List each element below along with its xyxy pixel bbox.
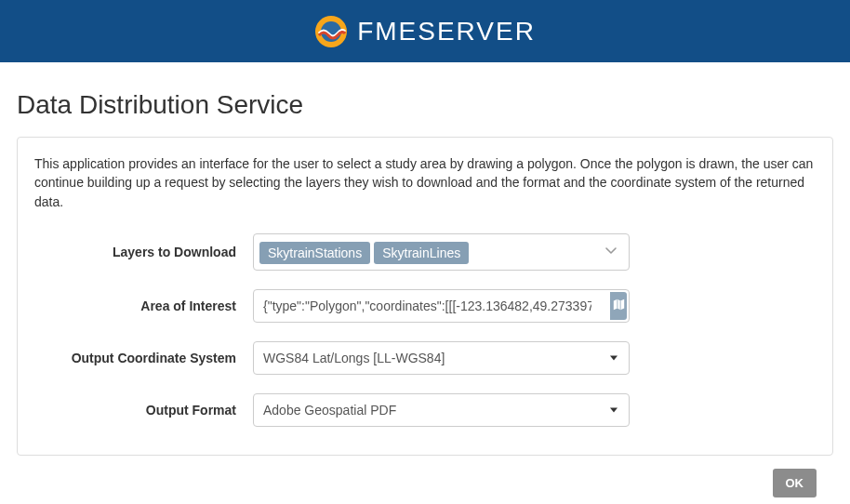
intro-text: This application provides an interface f… xyxy=(34,154,816,211)
format-value: Adobe Geospatial PDF xyxy=(263,403,396,418)
label-crs: Output Coordinate System xyxy=(34,351,253,365)
row-aoi: Area of Interest xyxy=(34,289,816,323)
crs-value: WGS84 Lat/Longs [LL-WGS84] xyxy=(263,351,445,365)
fme-logo-icon xyxy=(314,15,348,48)
map-icon xyxy=(613,298,625,313)
layer-chip[interactable]: SkytrainStations xyxy=(259,242,370,264)
form-panel: This application provides an interface f… xyxy=(17,137,833,456)
crs-select[interactable]: WGS84 Lat/Longs [LL-WGS84] xyxy=(253,341,630,375)
caret-down-icon xyxy=(610,407,618,412)
label-aoi: Area of Interest xyxy=(34,298,253,313)
page-body: Data Distribution Service This applicati… xyxy=(0,62,850,504)
caret-down-icon xyxy=(610,355,618,360)
layer-chip[interactable]: SkytrainLines xyxy=(374,242,469,264)
row-format: Output Format Adobe Geospatial PDF xyxy=(34,393,816,427)
ok-button[interactable]: OK xyxy=(773,469,817,497)
label-layers: Layers to Download xyxy=(34,245,253,259)
layers-multiselect[interactable]: SkytrainStations SkytrainLines xyxy=(253,233,630,271)
page-title: Data Distribution Service xyxy=(17,90,833,120)
button-row: OK xyxy=(17,456,833,497)
logo-text-fme: FME xyxy=(357,17,418,46)
label-format: Output Format xyxy=(34,403,253,418)
app-header: FMESERVER xyxy=(0,0,850,62)
format-select[interactable]: Adobe Geospatial PDF xyxy=(253,393,630,427)
logo: FMESERVER xyxy=(314,15,536,48)
row-crs: Output Coordinate System WGS84 Lat/Longs… xyxy=(34,341,816,375)
logo-text: FMESERVER xyxy=(357,17,536,46)
map-picker-button[interactable] xyxy=(610,292,627,320)
aoi-input[interactable] xyxy=(253,289,630,323)
logo-text-server: SERVER xyxy=(418,17,536,46)
row-layers: Layers to Download SkytrainStations Skyt… xyxy=(34,233,816,271)
